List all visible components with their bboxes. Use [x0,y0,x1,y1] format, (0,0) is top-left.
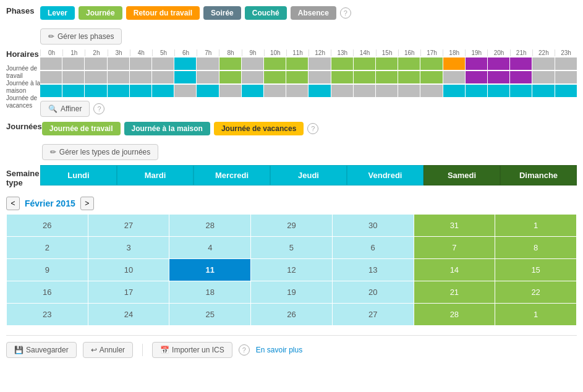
sc-m-7[interactable] [197,71,218,83]
sc-t-15[interactable] [376,58,398,70]
sc-t-1[interactable] [62,58,84,70]
cal-cell-3-5[interactable]: 21 [414,281,495,304]
cal-cell-0-5[interactable]: 31 [414,215,495,237]
cal-cell-1-4[interactable]: 6 [332,237,414,259]
sc-v-0[interactable] [40,85,62,97]
prev-month-button[interactable]: < [6,197,20,210]
sc-t-17[interactable] [420,58,442,70]
sc-v-18[interactable] [443,85,465,97]
sc-m-9[interactable] [242,71,263,83]
phases-help-icon[interactable]: ? [340,7,351,19]
sc-v-9[interactable] [242,85,263,97]
badge-retour[interactable]: Retour du travail [126,6,200,20]
cal-cell-4-0[interactable]: 23 [7,304,88,326]
cal-cell-2-3[interactable]: 12 [251,259,333,281]
cal-cell-3-6[interactable]: 22 [495,281,577,304]
sc-v-16[interactable] [398,85,420,97]
day-lundi[interactable]: Lundi [40,165,117,185]
cal-cell-2-2[interactable]: 11 [169,259,251,281]
save-button[interactable]: 💾 Sauvegarder [6,342,77,358]
badge-journee-travail[interactable]: Journée de travail [42,122,121,135]
sc-m-22[interactable] [532,71,554,83]
sc-m-0[interactable] [40,71,62,83]
cal-cell-4-5[interactable]: 28 [414,304,495,326]
cal-cell-1-1[interactable]: 3 [88,237,169,259]
sc-v-11[interactable] [286,85,308,97]
sc-t-5[interactable] [152,58,174,70]
sc-m-21[interactable] [510,71,532,83]
day-mardi[interactable]: Mardi [117,165,194,185]
cal-cell-1-5[interactable]: 7 [414,237,495,259]
day-mercredi[interactable]: Mercredi [194,165,270,185]
sc-v-6[interactable] [174,85,196,97]
sc-v-13[interactable] [331,85,353,97]
badge-couche[interactable]: Couché [245,6,287,20]
cancel-button[interactable]: ↩ Annuler [83,342,133,358]
sc-t-6[interactable] [174,58,196,70]
affiner-button[interactable]: 🔍 Affiner [40,101,90,117]
sc-m-19[interactable] [466,71,487,83]
sc-t-19[interactable] [466,58,487,70]
sc-v-15[interactable] [376,85,398,97]
sc-t-22[interactable] [532,58,554,70]
sc-v-17[interactable] [420,85,442,97]
cal-cell-0-1[interactable]: 27 [88,215,169,237]
cal-cell-0-3[interactable]: 29 [251,215,333,237]
sc-m-18[interactable] [443,71,465,83]
sc-t-14[interactable] [354,58,375,70]
sc-m-12[interactable] [309,71,330,83]
cal-cell-0-4[interactable]: 30 [332,215,414,237]
sc-v-12[interactable] [309,85,330,97]
sc-t-20[interactable] [488,58,509,70]
sc-v-21[interactable] [510,85,532,97]
cal-cell-2-1[interactable]: 10 [88,259,169,281]
cal-cell-2-4[interactable]: 13 [332,259,414,281]
sc-m-14[interactable] [354,71,375,83]
sc-v-20[interactable] [488,85,509,97]
sc-m-10[interactable] [264,71,286,83]
sc-m-15[interactable] [376,71,398,83]
sc-m-6[interactable] [174,71,196,83]
sc-m-23[interactable] [555,71,577,83]
sc-v-2[interactable] [85,85,106,97]
cal-cell-4-1[interactable]: 24 [88,304,169,326]
cal-cell-4-6[interactable]: 1 [495,304,577,326]
sc-m-8[interactable] [219,71,241,83]
sc-v-3[interactable] [108,85,129,97]
cal-cell-3-1[interactable]: 17 [88,281,169,304]
sc-v-23[interactable] [555,85,577,97]
cal-cell-4-4[interactable]: 27 [332,304,414,326]
sc-m-4[interactable] [130,71,151,83]
cal-cell-1-6[interactable]: 8 [495,237,577,259]
sc-v-19[interactable] [466,85,487,97]
sc-m-13[interactable] [331,71,353,83]
sc-v-10[interactable] [264,85,286,97]
manage-phases-button[interactable]: ✏ Gérer les phases [40,28,122,45]
cal-cell-3-3[interactable]: 19 [251,281,333,304]
sc-m-17[interactable] [420,71,442,83]
sc-v-8[interactable] [219,85,241,97]
sc-t-3[interactable] [108,58,129,70]
import-help-icon[interactable]: ? [239,344,250,356]
sc-v-7[interactable] [197,85,218,97]
badge-soiree[interactable]: Soirée [203,6,241,20]
badge-journee[interactable]: Journée [79,6,122,20]
sc-t-23[interactable] [555,58,577,70]
horaires-help-icon[interactable]: ? [93,103,104,114]
sc-t-13[interactable] [331,58,353,70]
badge-journee-vacances[interactable]: Journée de vacances [214,122,304,135]
cal-cell-1-2[interactable]: 4 [169,237,251,259]
sc-v-22[interactable] [532,85,554,97]
cal-cell-2-0[interactable]: 9 [7,259,88,281]
manage-journees-button[interactable]: ✏ Gérer les types de journées [42,144,158,160]
sc-t-8[interactable] [219,58,241,70]
sc-t-9[interactable] [242,58,263,70]
cal-cell-0-6[interactable]: 1 [495,215,577,237]
badge-journee-maison[interactable]: Journée à la maison [124,122,210,135]
badge-absence[interactable]: Absence [291,6,336,20]
sc-m-5[interactable] [152,71,174,83]
day-jeudi[interactable]: Jeudi [270,165,347,185]
sc-t-7[interactable] [197,58,218,70]
cal-cell-1-0[interactable]: 2 [7,237,88,259]
cal-cell-0-0[interactable]: 26 [7,215,88,237]
